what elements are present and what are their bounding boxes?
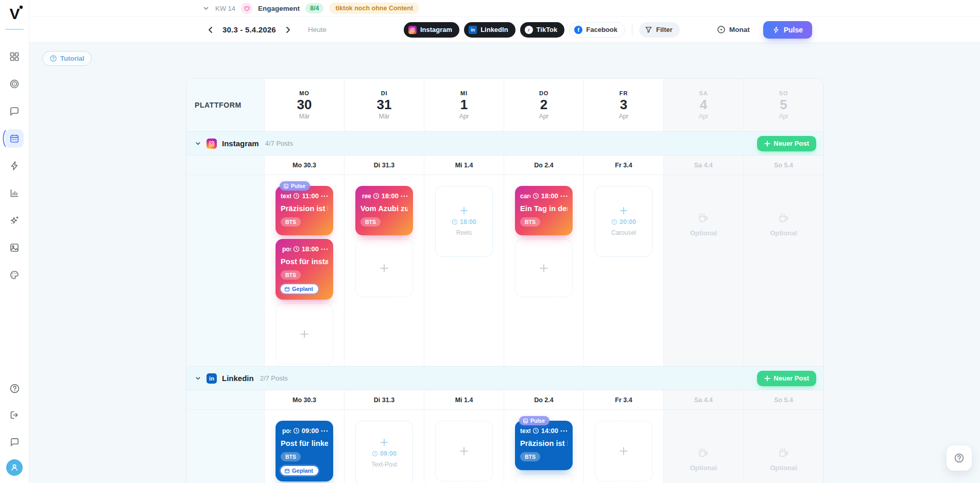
user-avatar[interactable] <box>6 459 23 476</box>
day-label: Di 31.3 <box>345 156 424 175</box>
day-label: Mi 1.4 <box>424 156 504 175</box>
post-time: 11:00 <box>302 192 319 200</box>
add-post-slot[interactable] <box>515 474 573 483</box>
day-header-so[interactable]: SO5Apr <box>744 79 823 131</box>
sidebar-item-logout[interactable] <box>5 406 24 424</box>
post-card[interactable]: carou 18:00 Ein Tag in der ... BTS <box>515 186 573 235</box>
sidebar-item-branding[interactable] <box>5 266 24 284</box>
suggested-slot[interactable]: 18:00 Reels <box>435 186 493 257</box>
question-circle-icon <box>954 453 965 463</box>
platform-pill-linkedin[interactable]: in LinkedIn <box>464 22 515 38</box>
card-menu-button[interactable] <box>560 195 568 197</box>
date-range-label: 30.3 - 5.4.2026 <box>222 25 276 34</box>
suggested-slot[interactable]: 20:00 Carousel <box>595 186 652 257</box>
sidebar-divider <box>5 29 24 30</box>
post-tag: BTS <box>281 217 301 227</box>
post-card[interactable]: reel 18:00 Vom Azubi zu... BTS <box>355 186 413 235</box>
engagement-heart-icon <box>241 3 252 14</box>
card-menu-button[interactable] <box>321 248 328 250</box>
card-menu-button[interactable] <box>321 430 328 432</box>
collapse-chevron-icon[interactable] <box>195 140 201 147</box>
next-week-button[interactable] <box>282 24 294 36</box>
week-collapse-chevron-icon[interactable] <box>202 5 210 12</box>
week-label: KW 14 <box>215 5 235 12</box>
day-header-fr[interactable]: FR3Apr <box>584 79 664 131</box>
day-label: Mi 1.4 <box>424 390 504 409</box>
platform-pill-facebook[interactable]: f Facebook <box>569 22 625 38</box>
new-post-button[interactable]: Neuer Post <box>757 371 816 386</box>
day-header-row: PLATTFORM MO30Mär DI31Mär MI1Apr DO2Apr … <box>186 79 823 132</box>
sidebar-item-dashboard[interactable] <box>5 47 24 66</box>
cell-linkedin-di: 09:00 Text-Post <box>345 410 424 483</box>
pulse-button[interactable]: Pulse <box>763 21 812 39</box>
day-header-mi[interactable]: MI1Apr <box>424 79 504 131</box>
day-header-mo[interactable]: MO30Mär <box>265 79 345 131</box>
cell-instagram-mo: Pulse text_ 11:00 Präzision ist ke... BT… <box>265 175 345 366</box>
toolbar-divider <box>632 24 632 36</box>
sidebar-item-feedback[interactable] <box>5 433 24 451</box>
new-post-button[interactable]: Neuer Post <box>757 136 816 151</box>
cell-instagram-do: carou 18:00 Ein Tag in der ... BTS <box>504 175 584 366</box>
prev-week-button[interactable] <box>204 24 217 36</box>
instagram-day-labels: Mo 30.3 Di 31.3 Mi 1.4 Do 2.4 Fr 3.4 Sa … <box>186 156 823 175</box>
clock-icon <box>611 219 617 225</box>
post-card[interactable]: post 09:00 Post für linkedin BTS Geplant <box>276 421 333 481</box>
coffee-cup-icon <box>697 211 710 225</box>
day-header-di[interactable]: DI31Mär <box>345 79 424 131</box>
dashboard-icon <box>9 51 20 62</box>
card-menu-button[interactable] <box>560 430 568 432</box>
month-view-toggle[interactable]: Monat <box>717 25 750 34</box>
clock-icon <box>293 246 300 252</box>
add-post-slot[interactable] <box>435 421 493 481</box>
suggested-slot[interactable]: 09:00 Text-Post <box>355 421 413 483</box>
instagram-icon <box>207 139 217 149</box>
add-post-slot[interactable] <box>276 303 333 365</box>
post-card[interactable]: post 18:00 Post für instag... BTS Geplan… <box>276 239 333 300</box>
cell-instagram-sa: Optional <box>664 175 744 366</box>
post-title: Post für instag... <box>281 257 328 266</box>
day-header-sa[interactable]: SA4Apr <box>664 79 744 131</box>
bar-chart-icon <box>9 188 20 198</box>
tutorial-button[interactable]: Tutorial <box>42 51 92 66</box>
linkedin-icon: in <box>469 26 477 34</box>
app-logo: V <box>9 6 19 22</box>
sidebar-bottom-nav <box>5 379 24 483</box>
sidebar-item-ai[interactable] <box>5 211 24 230</box>
add-post-slot[interactable] <box>595 421 652 481</box>
sidebar-item-target[interactable] <box>5 75 24 93</box>
filter-button[interactable]: Filter <box>639 22 680 38</box>
post-card[interactable]: Pulse text_ 14:00 Präzision ist ke... BT… <box>515 421 573 470</box>
linkedin-content-row: post 09:00 Post für linkedin BTS Geplant <box>186 410 823 483</box>
section-header-instagram: Instagram 4/7 Posts Neuer Post <box>186 132 823 156</box>
day-label: Sa 4.4 <box>664 156 744 175</box>
today-button[interactable]: Heute <box>308 26 326 33</box>
sidebar-item-automation[interactable] <box>5 157 24 175</box>
content-warning-badge: tiktok noch ohne Content <box>329 3 419 14</box>
coffee-cup-icon <box>777 446 790 459</box>
clock-icon <box>293 193 300 199</box>
add-post-slot[interactable] <box>515 239 573 297</box>
sidebar-item-media[interactable] <box>5 238 24 257</box>
help-fab-button[interactable] <box>947 445 972 471</box>
sidebar-item-messages[interactable] <box>5 102 24 120</box>
palette-icon <box>9 270 20 280</box>
platform-pill-tiktok[interactable]: ♪ TikTok <box>520 22 565 38</box>
add-post-slot[interactable] <box>355 239 413 297</box>
card-menu-button[interactable] <box>401 195 408 197</box>
question-circle-icon <box>49 55 57 62</box>
sidebar-item-calendar[interactable] <box>5 129 24 148</box>
sidebar-item-analytics[interactable] <box>5 184 24 202</box>
day-label: Mo 30.3 <box>265 156 345 175</box>
collapse-chevron-icon[interactable] <box>195 375 201 382</box>
day-header-do[interactable]: DO2Apr <box>504 79 584 131</box>
platform-pill-instagram[interactable]: Instagram <box>404 22 459 38</box>
linkedin-icon: in <box>207 373 217 384</box>
sidebar-item-help[interactable] <box>5 379 24 398</box>
day-label: Fr 3.4 <box>584 156 664 175</box>
card-menu-button[interactable] <box>321 195 328 197</box>
cell-linkedin-mi <box>424 410 504 483</box>
card-meta: reel 18:00 <box>360 192 408 200</box>
spacer-cell <box>186 175 265 366</box>
weekly-calendar: PLATTFORM MO30Mär DI31Mär MI1Apr DO2Apr … <box>186 78 824 483</box>
post-card[interactable]: Pulse text_ 11:00 Präzision ist ke... BT… <box>276 186 333 235</box>
